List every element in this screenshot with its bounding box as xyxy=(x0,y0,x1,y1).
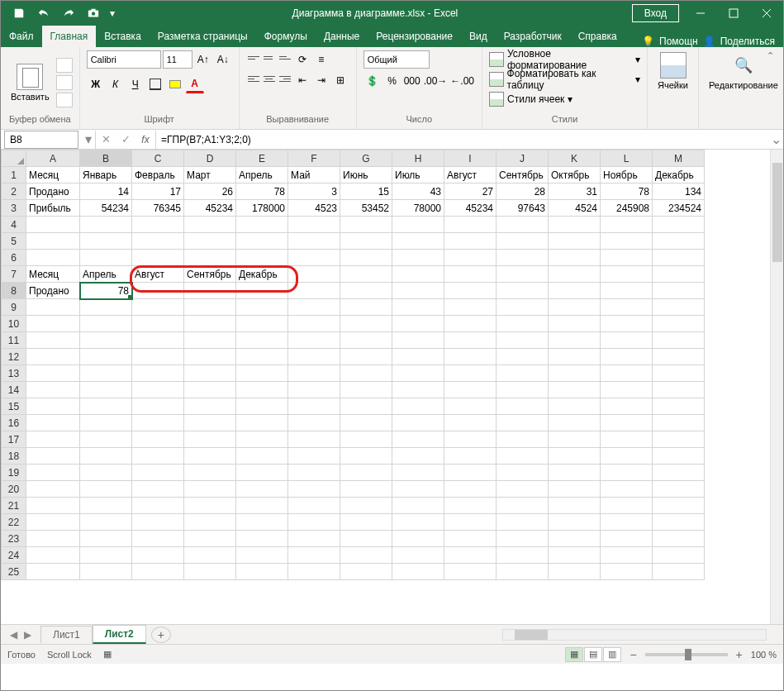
cell-A7[interactable]: Месяц xyxy=(26,266,80,283)
cell-A15[interactable] xyxy=(26,398,80,415)
col-header-F[interactable]: F xyxy=(288,150,340,167)
cell-B13[interactable] xyxy=(80,365,132,382)
grow-font-button[interactable]: A↑ xyxy=(194,50,212,69)
number-format-select[interactable] xyxy=(363,50,430,69)
cell-C19[interactable] xyxy=(132,465,184,481)
cell-E18[interactable] xyxy=(236,448,288,465)
cell-K15[interactable] xyxy=(549,398,601,415)
cell-B18[interactable] xyxy=(80,448,132,465)
row-header-1[interactable]: 1 xyxy=(2,167,26,183)
cell-J22[interactable] xyxy=(497,514,549,531)
cell-E16[interactable] xyxy=(236,415,288,431)
cell-C11[interactable] xyxy=(132,332,184,349)
cell-A19[interactable] xyxy=(26,465,80,481)
cell-D7[interactable]: Сентябрь xyxy=(184,266,236,283)
row-header-11[interactable]: 11 xyxy=(2,332,26,349)
cell-D15[interactable] xyxy=(184,398,236,415)
cell-E15[interactable] xyxy=(236,398,288,415)
sheet-tab-2[interactable]: Лист2 xyxy=(93,625,146,644)
cell-E10[interactable] xyxy=(236,316,288,332)
cell-H25[interactable] xyxy=(392,564,444,580)
align-top-button[interactable] xyxy=(246,50,261,65)
cell-K9[interactable] xyxy=(549,299,601,316)
cell-M13[interactable] xyxy=(653,365,705,382)
cell-C5[interactable] xyxy=(132,233,184,250)
cell-A20[interactable] xyxy=(26,481,80,498)
cell-J13[interactable] xyxy=(497,365,549,382)
cell-C16[interactable] xyxy=(132,415,184,431)
cell-J17[interactable] xyxy=(497,431,549,448)
cell-M24[interactable] xyxy=(653,547,705,564)
cell-A3[interactable]: Прибыль xyxy=(26,200,80,217)
cell-L3[interactable]: 245908 xyxy=(601,200,653,217)
shrink-font-button[interactable]: A↓ xyxy=(214,50,232,69)
cell-B1[interactable]: Январь xyxy=(80,167,132,183)
cell-G2[interactable]: 15 xyxy=(340,183,392,200)
cell-H7[interactable] xyxy=(392,266,444,283)
cell-I3[interactable]: 45234 xyxy=(444,200,497,217)
cell-J2[interactable]: 28 xyxy=(497,183,549,200)
cell-J25[interactable] xyxy=(497,564,549,580)
cell-L22[interactable] xyxy=(601,514,653,531)
zoom-in-button[interactable]: + xyxy=(736,648,743,661)
cell-G22[interactable] xyxy=(340,514,392,531)
cell-D18[interactable] xyxy=(184,448,236,465)
cell-K14[interactable] xyxy=(549,382,601,398)
cell-A11[interactable] xyxy=(26,332,80,349)
cell-E6[interactable] xyxy=(236,250,288,266)
page-layout-view-button[interactable]: ▤ xyxy=(584,647,602,662)
cell-L10[interactable] xyxy=(601,316,653,332)
cell-L24[interactable] xyxy=(601,547,653,564)
cell-B8[interactable]: 78 xyxy=(80,283,132,299)
select-all-button[interactable] xyxy=(2,150,26,167)
cell-B17[interactable] xyxy=(80,431,132,448)
cell-D5[interactable] xyxy=(184,233,236,250)
macro-record-icon[interactable]: ▦ xyxy=(103,649,112,660)
underline-button[interactable]: Ч xyxy=(126,75,145,93)
cell-M11[interactable] xyxy=(653,332,705,349)
cell-I23[interactable] xyxy=(444,531,497,547)
cell-M22[interactable] xyxy=(653,514,705,531)
cell-G9[interactable] xyxy=(340,299,392,316)
cell-K8[interactable] xyxy=(549,283,601,299)
cell-G6[interactable] xyxy=(340,250,392,266)
cell-D16[interactable] xyxy=(184,415,236,431)
cell-I8[interactable] xyxy=(444,283,497,299)
cell-I16[interactable] xyxy=(444,415,497,431)
cell-L9[interactable] xyxy=(601,299,653,316)
row-header-23[interactable]: 23 xyxy=(2,531,26,547)
cell-L1[interactable]: Ноябрь xyxy=(601,167,653,183)
cell-J9[interactable] xyxy=(497,299,549,316)
cell-C13[interactable] xyxy=(132,365,184,382)
cell-F19[interactable] xyxy=(288,465,340,481)
cell-J3[interactable]: 97643 xyxy=(497,200,549,217)
cell-L16[interactable] xyxy=(601,415,653,431)
cell-G19[interactable] xyxy=(340,465,392,481)
align-left-button[interactable] xyxy=(246,71,261,86)
camera-icon[interactable] xyxy=(82,3,105,23)
cell-F7[interactable] xyxy=(288,266,340,283)
cell-F1[interactable]: Май xyxy=(288,167,340,183)
cell-D20[interactable] xyxy=(184,481,236,498)
copy-button[interactable] xyxy=(56,75,73,90)
cell-B14[interactable] xyxy=(80,382,132,398)
tab-review[interactable]: Рецензирование xyxy=(368,26,461,47)
enter-formula-button[interactable]: ✓ xyxy=(116,131,135,149)
cell-C14[interactable] xyxy=(132,382,184,398)
cell-K18[interactable] xyxy=(549,448,601,465)
page-break-view-button[interactable]: ▥ xyxy=(603,647,621,662)
cell-E3[interactable]: 178000 xyxy=(236,200,288,217)
row-header-19[interactable]: 19 xyxy=(2,465,26,481)
cell-E1[interactable]: Апрель xyxy=(236,167,288,183)
cell-M10[interactable] xyxy=(653,316,705,332)
cell-G7[interactable] xyxy=(340,266,392,283)
cell-I24[interactable] xyxy=(444,547,497,564)
cell-L5[interactable] xyxy=(601,233,653,250)
cell-I13[interactable] xyxy=(444,365,497,382)
cell-A25[interactable] xyxy=(26,564,80,580)
increase-decimal-button[interactable]: .00→ xyxy=(423,72,449,90)
cell-A10[interactable] xyxy=(26,316,80,332)
expand-formula-bar-icon[interactable]: ⌄ xyxy=(768,131,783,147)
cell-C23[interactable] xyxy=(132,531,184,547)
redo-icon[interactable] xyxy=(57,3,80,23)
